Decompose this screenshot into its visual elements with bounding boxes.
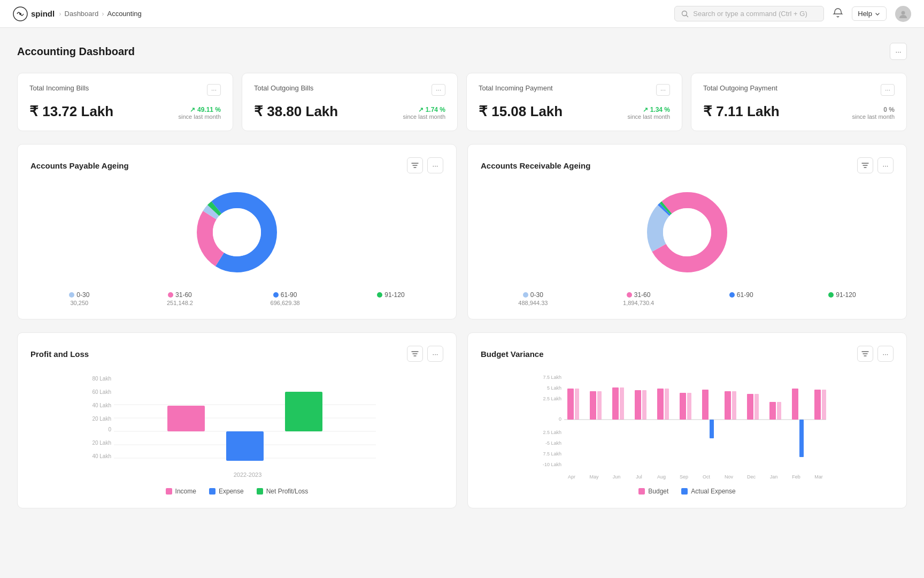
svg-rect-57 [769,402,776,420]
svg-text:20 Lakh: 20 Lakh [92,416,111,422]
payable-more-button[interactable]: ··· [427,157,443,173]
help-button[interactable]: Help [852,6,887,21]
kpi-change-pct-0: ↗ 49.11 % [179,106,221,113]
avatar[interactable] [895,6,911,22]
budget-variance-card: Budget Variance ··· 7.5 Lakh 5 Lakh 2.5 … [467,332,907,508]
kpi-card-header-2: Total Incoming Payment ··· [479,84,670,96]
receivable-legend-value-0: 488,944.33 [518,300,548,306]
bell-icon[interactable] [833,7,843,20]
svg-text:Feb: Feb [792,474,800,480]
svg-text:Aug: Aug [657,474,666,480]
kpi-change-label-2: since last month [628,113,670,120]
payable-ageing-header: Accounts Payable Ageing ··· [30,157,443,173]
main-content: Accounting Dashboard ··· Total Incoming … [0,28,924,536]
budget-variance-legend: Budget Actual Expense [481,488,894,495]
receivable-legend-label-0: 0-30 [523,291,543,299]
receivable-filter-button[interactable] [857,157,873,173]
kpi-card-header-0: Total Incoming Bills ··· [29,84,221,96]
kpi-more-button-2[interactable]: ··· [656,84,670,96]
svg-text:7.5 Lakh: 7.5 Lakh [543,375,561,380]
budget-variance-filter-button[interactable] [857,346,873,362]
svg-rect-48 [665,389,669,420]
svg-rect-49 [680,393,686,420]
svg-text:0: 0 [559,416,561,422]
payable-donut-chart [189,184,285,280]
svg-text:Jul: Jul [636,474,642,480]
svg-rect-52 [710,420,714,438]
budget-swatch [638,488,645,495]
total-outgoing-payment-card: Total Outgoing Payment ··· ₹ 7.11 Lakh 0… [691,73,907,131]
payable-filter-button[interactable] [407,157,423,173]
svg-text:Dec: Dec [747,474,756,480]
svg-text:2.5 Lakh: 2.5 Lakh [543,396,561,401]
kpi-value-2: ₹ 15.08 Lakh [479,103,563,120]
svg-text:20 Lakh: 20 Lakh [92,440,111,446]
svg-rect-46 [642,390,646,420]
profit-loss-more-button[interactable]: ··· [427,346,443,362]
page-title: Accounting Dashboard [17,45,135,58]
kpi-change-label-0: since last month [179,113,221,120]
income-swatch [166,488,172,495]
payable-donut-container [30,184,443,280]
svg-text:Sep: Sep [680,474,688,480]
svg-point-8 [213,208,261,256]
breadcrumb: › Dashboard › Accounting [59,10,142,18]
svg-rect-54 [732,391,736,420]
receivable-legend-dot-0 [523,292,528,298]
chart-grid-2: Profit and Loss ··· 80 Lakh 60 Lakh 40 L… [17,332,907,508]
logo-icon [13,6,28,21]
payable-legend-item-0: 0-30 30,250 [69,291,89,306]
receivable-more-button[interactable]: ··· [877,157,894,173]
kpi-value-1: ₹ 38.80 Lakh [254,103,338,120]
kpi-change-pct-2: ↗ 1.34 % [628,106,670,113]
svg-text:5 Lakh: 5 Lakh [547,385,561,391]
receivable-legend-label-2: 61-90 [729,291,753,299]
receivable-legend-item-3: 91-120 [828,291,856,306]
expense-swatch [209,488,215,495]
receivable-legend-value-1: 1,894,730.4 [623,300,654,306]
page-more-button[interactable]: ··· [890,43,907,60]
kpi-more-button-1[interactable]: ··· [432,84,445,96]
payable-legend-label-0: 0-30 [69,291,89,299]
payable-legend-label-1: 31-60 [168,291,192,299]
svg-rect-58 [777,402,781,420]
receivable-legend-label-3: 91-120 [828,291,856,299]
receivable-donut-chart [639,184,735,280]
svg-text:May: May [589,474,599,480]
svg-text:Jun: Jun [613,474,621,480]
kpi-value-3: ₹ 7.11 Lakh [703,103,780,120]
chevron-down-icon [874,11,881,17]
receivable-ageing-card: Accounts Receivable Ageing ··· [467,144,907,320]
kpi-card-body-2: ₹ 15.08 Lakh ↗ 1.34 % since last month [479,103,670,120]
kpi-change-pct-3: 0 % [852,106,895,113]
svg-rect-40 [575,389,579,420]
svg-text:7.5 Lakh: 7.5 Lakh [543,451,561,457]
svg-text:40 Lakh: 40 Lakh [92,402,111,408]
receivable-legend-item-0: 0-30 488,944.33 [518,291,548,306]
search-bar[interactable]: Search or type a command (Ctrl + G) [674,6,824,21]
kpi-change-label-1: since last month [403,113,445,120]
svg-text:60 Lakh: 60 Lakh [92,389,111,395]
svg-rect-42 [597,391,602,420]
svg-rect-51 [702,390,709,420]
budget-variance-chart: 7.5 Lakh 5 Lakh 2.5 Lakh 0 2.5 Lakh -5 L… [481,372,894,480]
svg-rect-27 [226,431,264,461]
kpi-more-button-3[interactable]: ··· [881,84,895,96]
profit-loss-actions: ··· [407,346,443,362]
page-header: Accounting Dashboard ··· [17,43,907,60]
total-incoming-bills-card: Total Incoming Bills ··· ₹ 13.72 Lakh ↗ … [17,73,233,131]
legend-actual-expense: Actual Expense [681,488,735,495]
receivable-legend-dot-2 [729,292,735,298]
svg-rect-43 [612,387,619,420]
svg-text:-10 Lakh: -10 Lakh [543,462,561,467]
budget-variance-actions: ··· [857,346,894,362]
budget-variance-more-button[interactable]: ··· [877,346,894,362]
total-outgoing-bills-card: Total Outgoing Bills ··· ₹ 38.80 Lakh ↗ … [242,73,458,131]
receivable-legend-dot-1 [627,292,632,298]
svg-text:Mar: Mar [814,474,823,480]
profit-loss-filter-button[interactable] [407,346,423,362]
payable-legend-item-1: 31-60 251,148.2 [167,291,193,306]
svg-point-3 [902,11,905,14]
kpi-value-0: ₹ 13.72 Lakh [29,103,113,120]
kpi-more-button-0[interactable]: ··· [207,84,221,96]
